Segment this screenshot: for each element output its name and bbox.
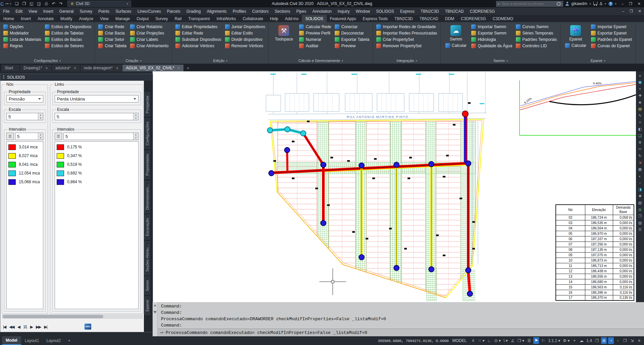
ribbon-button[interactable]: Exportar Epanet — [590, 30, 633, 36]
intervals-filter-icon[interactable]: ☰ — [6, 133, 14, 140]
search-input[interactable] — [501, 2, 555, 6]
ribbon-tab[interactable]: TBN2CAD — [416, 15, 442, 22]
ribbon-button[interactable]: Estilos de Tabelas — [44, 30, 93, 36]
side-tool-icon[interactable]: ⚙ — [637, 140, 643, 145]
links-propriedade-select[interactable]: Perda Unitária — [55, 95, 139, 102]
side-tool-icon[interactable]: ▨ — [637, 220, 643, 226]
ribbon-button[interactable]: Conectar — [333, 23, 371, 30]
status-icon[interactable]: ⁙ ▾ — [477, 337, 485, 344]
legend-item[interactable]: 0,864 % — [55, 178, 138, 186]
file-tab[interactable]: Drawing1*✕ — [20, 65, 51, 71]
side-tool-icon[interactable]: ⌖ — [637, 86, 643, 92]
customize-icon[interactable]: ⚒ — [154, 310, 157, 314]
qat-icon[interactable]: ❏ — [13, 1, 20, 7]
ribbon-button[interactable]: Criar Alinhamento — [129, 43, 170, 49]
new-tab-button[interactable]: + — [184, 66, 192, 71]
swmm-calcular-button[interactable]: Calcular — [444, 42, 468, 49]
links-escala-stepper[interactable]: 5 ▲▼ — [55, 113, 139, 120]
ribbon-tab[interactable]: Express Tools — [360, 15, 391, 22]
menu-item[interactable]: Surfaces — [112, 9, 134, 14]
search-icon[interactable] — [556, 2, 561, 5]
ribbon-button[interactable]: Auditar — [298, 43, 332, 49]
ribbon-button[interactable]: Estilos de Setores — [44, 43, 93, 49]
legend-item[interactable]: 12,054 mca — [7, 169, 43, 178]
status-icon[interactable]: ⊘ — [601, 337, 607, 344]
ribbon-tab[interactable]: Manage — [112, 15, 133, 22]
workspace-selector[interactable]: ⚙ Civil 3D ▾ — [67, 1, 131, 7]
restore-button[interactable]: ❐ — [626, 2, 635, 6]
side-tool-icon[interactable]: ◐ — [637, 173, 643, 179]
layout-tab[interactable]: Layout2 — [43, 336, 64, 345]
close-icon[interactable]: ✕ — [45, 66, 48, 70]
ribbon-tab[interactable]: Home — [0, 15, 17, 22]
ribbon-button[interactable]: Criar Bacia — [97, 30, 127, 36]
ribbon-button[interactable]: Importar Redes Pressurizadas — [375, 30, 438, 36]
layout-tab[interactable]: + — [64, 336, 74, 345]
menu-item[interactable]: Corridors — [249, 9, 272, 14]
menu-item[interactable]: TBN2C3D — [418, 9, 442, 14]
menu-item[interactable]: Edit — [12, 9, 25, 14]
ribbon-panel-label[interactable]: Ajuda▾ — [636, 58, 644, 64]
palette-tab[interactable]: Prospector — [145, 92, 150, 117]
menu-item[interactable]: Points — [95, 9, 112, 14]
status-icon[interactable]: ◔ — [608, 337, 614, 344]
menu-item[interactable]: C3DRENESG — [467, 9, 498, 14]
menu-item[interactable]: Pipes — [293, 9, 309, 14]
menu-item[interactable]: Sections — [272, 9, 293, 14]
ribbon-tab[interactable]: C3DMEMO — [489, 15, 517, 22]
side-tool-icon[interactable]: ⌗ — [637, 120, 643, 125]
minimize-button[interactable]: – — [619, 2, 626, 6]
nos-propriedade-select[interactable]: Pressão — [6, 95, 43, 102]
ribbon-button[interactable]: Criar Rede — [97, 23, 127, 30]
status-icon[interactable]: ⚐ — [540, 337, 546, 344]
side-tool-icon[interactable]: ◎ — [637, 207, 643, 212]
menu-item[interactable]: Grading — [183, 9, 204, 14]
pager-button[interactable]: ▶▶ — [36, 325, 41, 329]
ribbon-tab[interactable]: SOLIDOS — [302, 15, 326, 22]
ribbon-button[interactable]: Séries Temporais — [515, 30, 558, 36]
ribbon-tab[interactable]: Annotate — [34, 15, 57, 22]
side-tool-icon[interactable]: ❏ — [637, 133, 643, 139]
ribbon-tab[interactable]: Add-ins — [281, 15, 302, 22]
ribbon-button[interactable]: Remover Vértices — [224, 43, 267, 49]
palette-tab[interactable]: Propriedades — [145, 150, 150, 179]
legend-item[interactable]: 9,041 mca — [7, 160, 43, 169]
swmm-button[interactable]: ☁ Swmm — [450, 23, 462, 42]
ribbon-tab[interactable]: Transparent — [185, 15, 213, 22]
ribbon-button[interactable]: Padrões do Epanet — [590, 36, 633, 43]
ribbon-tab[interactable]: Survey — [152, 15, 171, 22]
ribbon-tab[interactable]: Insert — [17, 15, 34, 22]
status-icon[interactable]: \ ▾ — [503, 337, 508, 344]
ribbon-button[interactable]: Editar Rede — [174, 30, 222, 36]
ribbon-panel-label[interactable]: Epanet▾ — [560, 58, 635, 64]
ribbon-button[interactable]: Criar Relatório — [129, 23, 170, 30]
ribbon-button[interactable]: Preview — [333, 43, 371, 49]
status-icon[interactable]: 1.4 — [586, 337, 593, 344]
ribbon-button[interactable]: Criar PropertySet — [375, 36, 438, 43]
side-tool-icon[interactable]: ▦ — [637, 166, 643, 172]
model-space-toggle[interactable]: MODEL — [450, 338, 469, 343]
user-menu-caret[interactable]: ▾ — [590, 2, 591, 5]
ribbon-button[interactable]: Exportar Tabela — [333, 36, 371, 43]
side-tool-icon[interactable]: ◈ — [637, 99, 643, 105]
status-icon[interactable]: ☁ — [579, 337, 584, 344]
intervals-filter-icon[interactable]: ☰ — [55, 133, 62, 140]
qat-icon[interactable]: ◲ — [36, 1, 43, 7]
qat-icon[interactable]: ◱ — [28, 1, 35, 7]
legend-item[interactable]: 3,014 mca — [7, 143, 43, 151]
ribbon-button[interactable]: Desconectar — [333, 30, 371, 36]
side-tool-icon[interactable]: ▧ — [637, 200, 643, 206]
layout-tab[interactable]: Model — [2, 336, 21, 345]
ribbon-tab[interactable]: Rail — [171, 15, 185, 22]
command-input-bar[interactable]: ▭▾ ProcessaCommando comandoExecutado= ch… — [158, 329, 644, 336]
side-tool-icon[interactable]: ≡ — [637, 73, 643, 78]
dwg-icon[interactable]: DWG — [85, 324, 91, 330]
command-input-text[interactable]: ProcessaCommando comandoExecutado= check… — [166, 330, 367, 335]
ribbon-button[interactable]: Regras — [2, 43, 43, 49]
app-logo[interactable]: C C3D ▾ — [0, 0, 11, 7]
ribbon-button[interactable]: Exportar Swmm — [470, 30, 514, 36]
ribbon-button[interactable]: Adicionar Vértices — [174, 43, 222, 49]
ribbon-button[interactable]: Padrões Temporais — [515, 36, 558, 43]
status-icon[interactable]: ▫ — [615, 337, 621, 344]
ribbon-tab[interactable]: C3DRENESG — [458, 15, 489, 22]
